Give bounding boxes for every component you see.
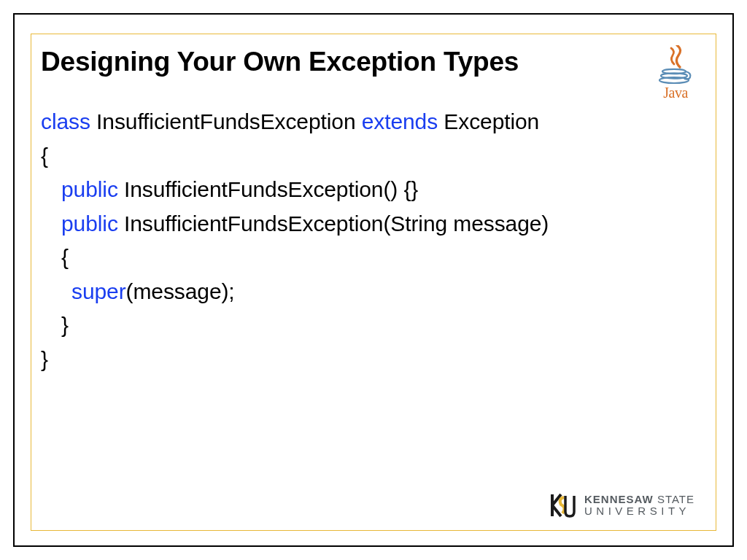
ksu-logo: KENNESAW STATE UNIVERSITY [548, 490, 694, 521]
code-line: super(message); [41, 275, 706, 309]
code-line: } [41, 343, 706, 377]
ksu-line2: UNIVERSITY [584, 505, 694, 517]
ksu-monogram-icon [548, 490, 577, 521]
slide-title: Designing Your Own Exception Types [41, 47, 706, 77]
code-line: public InsufficientFundsException() {} [41, 173, 706, 207]
code-line: } [41, 308, 706, 343]
code-line: class InsufficientFundsException extends… [41, 105, 706, 139]
code-line: public InsufficientFundsException(String… [41, 207, 706, 241]
ksu-line1: KENNESAW STATE [584, 494, 694, 505]
slide-content: Designing Your Own Exception Types class… [41, 47, 706, 519]
ksu-text: KENNESAW STATE UNIVERSITY [584, 494, 694, 517]
code-block: class InsufficientFundsException extends… [41, 105, 706, 376]
code-line: { [41, 139, 706, 174]
code-line: { [41, 241, 706, 275]
